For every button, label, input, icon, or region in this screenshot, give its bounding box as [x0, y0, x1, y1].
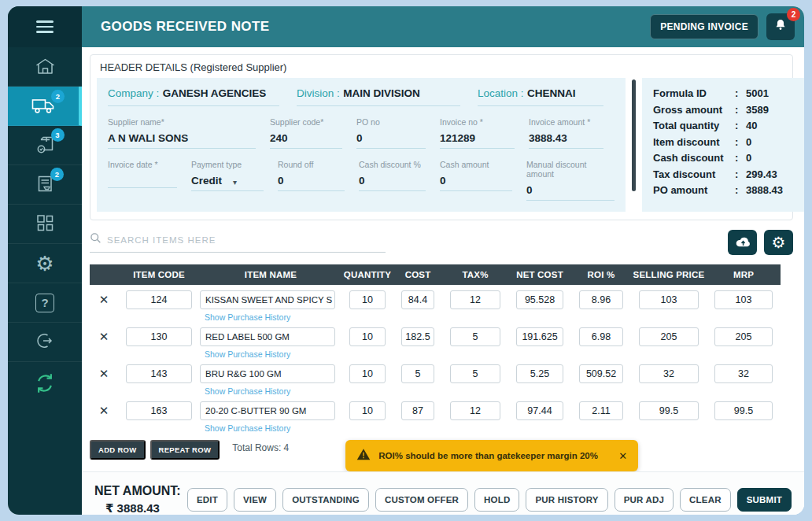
delete-row-icon[interactable]: ✕: [99, 327, 109, 346]
sidebar: 2 3 2 ⚙ ?: [8, 6, 82, 515]
show-purchase-history-link[interactable]: Show Purchase History: [205, 349, 290, 359]
add-row-button[interactable]: ADD ROW: [90, 440, 146, 460]
cost-input[interactable]: 84.4: [401, 290, 434, 309]
summary-row-formula-id: Formula ID:5001: [653, 87, 798, 99]
hold-button[interactable]: HOLD: [474, 488, 519, 512]
delete-row-icon[interactable]: ✕: [99, 401, 109, 420]
payment-type-select[interactable]: Credit▾: [191, 175, 264, 191]
gear-icon: ⚙: [772, 235, 786, 250]
bottom-bar: NET AMOUNT: ₹ 3888.43 EDIT VIEW OUTSTAND…: [82, 471, 804, 515]
invoice-date-field: Invoice date *: [108, 160, 177, 201]
show-purchase-history-link[interactable]: Show Purchase History: [205, 312, 290, 322]
net-cost-input[interactable]: 97.44: [516, 401, 563, 420]
item-code-input[interactable]: 163: [126, 401, 192, 420]
close-warning-icon[interactable]: ✕: [618, 450, 627, 462]
mrp-input[interactable]: 32: [714, 364, 773, 383]
repeat-row-button[interactable]: REPEAT ROW: [150, 440, 220, 460]
notifications-button[interactable]: 2: [766, 13, 795, 40]
supplier-code-input[interactable]: 240: [270, 132, 342, 149]
upload-button[interactable]: [728, 230, 757, 255]
view-button[interactable]: VIEW: [234, 488, 276, 512]
table-row: ✕ 163 20-20 C-BUTTER 90 GMShow Purchase …: [90, 401, 781, 433]
cost-input[interactable]: 87: [401, 401, 434, 420]
cash-discount-input[interactable]: 0: [359, 175, 426, 191]
edit-button[interactable]: EDIT: [187, 488, 227, 512]
selling-price-input[interactable]: 103: [639, 290, 699, 309]
manual-discount-input[interactable]: 0: [526, 184, 615, 201]
roi-input[interactable]: 8.96: [579, 290, 623, 309]
tax-input[interactable]: 12: [450, 401, 500, 420]
search-input[interactable]: SEARCH ITEMS HERE: [90, 232, 386, 253]
item-code-input[interactable]: 143: [126, 364, 192, 383]
item-code-input[interactable]: 124: [126, 290, 192, 309]
roi-input[interactable]: 6.98: [579, 327, 623, 346]
delete-row-icon[interactable]: ✕: [99, 364, 109, 383]
hamburger-menu-icon[interactable]: [36, 17, 54, 36]
submit-button[interactable]: SUBMIT: [737, 488, 792, 512]
supplier-name-input[interactable]: A N WALI SONS: [108, 132, 256, 149]
cost-input[interactable]: 182.5: [401, 327, 434, 346]
clear-button[interactable]: CLEAR: [680, 488, 731, 512]
po-no-input[interactable]: 0: [356, 132, 426, 149]
sidebar-item-sync[interactable]: [8, 362, 82, 408]
sidebar-item-help[interactable]: ?: [8, 283, 82, 323]
pending-invoice-button[interactable]: PENDING INVOICE: [650, 14, 758, 39]
invoice-amount-input[interactable]: 3888.43: [529, 132, 603, 149]
sidebar-item-logout[interactable]: [8, 323, 82, 362]
roi-input[interactable]: 2.11: [579, 401, 623, 420]
pur-adj-button[interactable]: PUR ADJ: [615, 488, 674, 512]
item-code-input[interactable]: 130: [126, 327, 192, 346]
show-purchase-history-link[interactable]: Show Purchase History: [205, 386, 290, 396]
mrp-input[interactable]: 103: [714, 290, 773, 309]
sidebar-item-grn[interactable]: 2: [8, 87, 82, 126]
selling-price-input[interactable]: 205: [639, 327, 699, 346]
cash-discount-field: Cash discount % 0: [359, 160, 426, 201]
quantity-input[interactable]: 10: [349, 327, 386, 346]
col-net-cost: NET COST: [508, 270, 571, 279]
sidebar-item-apps[interactable]: [8, 205, 82, 244]
net-cost-input[interactable]: 5.25: [516, 364, 563, 383]
pur-history-button[interactable]: PUR HISTORY: [526, 488, 607, 512]
invoice-no-input[interactable]: 121289: [440, 132, 515, 149]
round-off-input[interactable]: 0: [278, 175, 345, 191]
table-row: ✕ 130 RED LABEL 500 GMShow Purchase Hist…: [90, 327, 781, 359]
roi-input[interactable]: 509.52: [579, 364, 623, 383]
roi-warning-banner: ROI% should be more than gatekeeper marg…: [345, 440, 638, 471]
sidebar-header: [8, 6, 82, 47]
sidebar-item-settings[interactable]: ⚙: [8, 244, 82, 283]
net-cost-input[interactable]: 95.528: [516, 290, 563, 309]
show-purchase-history-link[interactable]: Show Purchase History: [205, 423, 290, 433]
cash-amount-input[interactable]: 0: [440, 175, 512, 191]
page-title: GOODS RECEIVED NOTE: [101, 19, 269, 35]
manual-discount-field: Manual discount amount 0: [526, 160, 615, 201]
net-cost-input[interactable]: 191.625: [516, 327, 563, 346]
col-item-name: ITEM NAME: [200, 270, 341, 279]
cost-input[interactable]: 5: [401, 364, 434, 383]
item-name-input[interactable]: 20-20 C-BUTTER 90 GM: [200, 401, 335, 420]
mrp-input[interactable]: 99.5: [714, 401, 773, 420]
invoice-date-input[interactable]: [108, 175, 177, 188]
selling-price-input[interactable]: 99.5: [639, 401, 699, 420]
delete-row-icon[interactable]: ✕: [99, 290, 109, 309]
quantity-input[interactable]: 10: [349, 290, 386, 309]
tax-input[interactable]: 12: [450, 290, 500, 309]
sidebar-item-invoice[interactable]: 2: [8, 165, 82, 205]
item-name-input[interactable]: KISSAN SWEET AND SPICY S: [200, 290, 335, 309]
tax-input[interactable]: 5: [450, 327, 500, 346]
custom-offer-button[interactable]: CUSTOM OFFER: [375, 488, 468, 512]
sidebar-item-purchase-order[interactable]: 3: [8, 126, 82, 165]
location-field: Location : CHENNAI: [478, 86, 603, 106]
sidebar-item-home[interactable]: [8, 47, 82, 87]
item-name-input[interactable]: BRU R&G 100 GM: [200, 364, 335, 383]
item-name-input[interactable]: RED LABEL 500 GM: [200, 327, 335, 346]
quantity-input[interactable]: 10: [349, 401, 386, 420]
table-settings-button[interactable]: ⚙: [764, 230, 793, 255]
quantity-input[interactable]: 10: [349, 364, 386, 383]
outstanding-button[interactable]: OUTSTANDING: [282, 488, 369, 512]
mrp-input[interactable]: 205: [714, 327, 773, 346]
content-area: HEADER DETAILS (Registered Supplier) Com…: [82, 47, 804, 471]
invoice-document-icon: 2: [35, 174, 55, 195]
selling-price-input[interactable]: 32: [639, 364, 699, 383]
summary-scrollbar[interactable]: [632, 79, 636, 191]
tax-input[interactable]: 5: [450, 364, 500, 383]
